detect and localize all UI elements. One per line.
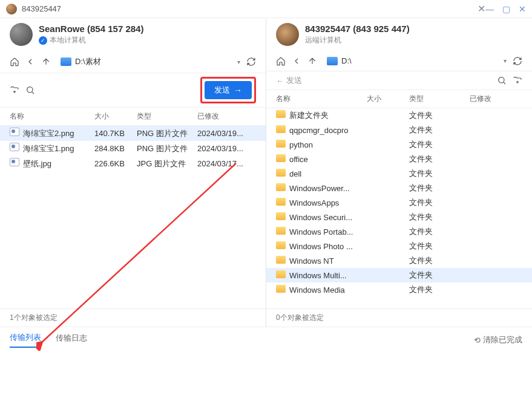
search-icon[interactable] [497,76,507,85]
folder-icon [276,227,286,235]
drive-icon [327,57,338,65]
folder-type: 文件夹 [409,183,470,194]
table-row[interactable]: Windows NT文件夹 [276,253,522,268]
col-type[interactable]: 类型 [409,94,470,104]
col-name[interactable]: 名称 [276,94,367,104]
search-icon[interactable] [25,85,35,95]
folder-icon [276,125,286,133]
svg-point-0 [27,87,33,93]
local-navbar: D:\素材 ▾ [0,51,266,73]
verified-icon: ✓ [39,36,47,45]
send-button-label: 发送 [214,85,230,96]
file-type: PNG 图片文件 [137,143,197,154]
file-size: 226.6KB [94,159,137,168]
table-row[interactable]: python文件夹 [276,137,522,152]
folder-name: 新建文件夹 [289,111,329,120]
local-file-list[interactable]: 海绵宝宝2.png140.7KBPNG 图片文件2024/03/19...海绵宝… [0,126,266,308]
table-row[interactable]: Windows Photo ...文件夹 [276,239,522,253]
table-row[interactable]: 新建文件夹文件夹 [276,108,522,123]
file-size: 284.8KB [94,144,137,153]
file-modified: 2024/03/17... [197,159,256,168]
col-name[interactable]: 名称 [10,111,94,122]
table-row[interactable]: WindowsPower...文件夹 [276,181,522,195]
table-row[interactable]: 海绵宝宝1.png284.8KBPNG 图片文件2024/03/19... [10,141,256,156]
folder-icon [276,270,286,278]
table-row[interactable]: office文件夹 [276,152,522,166]
file-name: 海绵宝宝1.png [23,144,74,153]
table-row[interactable]: 壁纸.jpg226.6KBJPG 图片文件2024/03/17... [10,156,256,171]
folder-icon [276,183,286,191]
home-icon[interactable] [276,56,286,66]
window-minimize-button[interactable]: — [485,4,494,14]
table-row[interactable]: 海绵宝宝2.png140.7KBPNG 图片文件2024/03/19... [0,126,266,141]
remote-user-name: 843925447 (843 925 447) [305,24,410,34]
table-row[interactable]: Windows Securi...文件夹 [276,210,522,224]
folder-icon [276,285,286,293]
send-button[interactable]: 发送 → [205,81,252,99]
table-row[interactable]: dell文件夹 [276,166,522,181]
svg-point-1 [499,77,504,83]
new-folder-icon[interactable] [10,85,19,95]
folder-type: 文件夹 [409,284,470,295]
folder-name: Windows NT [289,256,334,266]
path-dropdown-icon[interactable]: ▾ [237,59,240,65]
remote-avatar [276,23,299,46]
window-maximize-button[interactable]: ▢ [502,4,510,14]
remote-file-list[interactable]: 新建文件夹文件夹qqpcmgr_docpro文件夹python文件夹office… [266,108,532,308]
tab-close-button[interactable]: ✕ [478,3,485,15]
local-table-header: 名称 大小 类型 已修改 [0,107,266,126]
folder-name: dell [289,169,301,178]
image-file-icon [10,158,19,166]
folder-icon [276,110,286,118]
refresh-icon[interactable] [513,56,522,66]
table-row[interactable]: WindowsApps文件夹 [276,195,522,210]
local-actionbar: 发送 → [0,73,266,107]
window-close-button[interactable]: ✕ [519,4,526,14]
receive-button[interactable]: ← 发送 [276,75,302,86]
folder-name: WindowsApps [289,198,339,207]
drive-icon [61,57,71,66]
col-size[interactable]: 大小 [367,94,409,104]
col-modified[interactable]: 已修改 [470,94,522,104]
table-row[interactable]: qqpcmgr_docpro文件夹 [276,123,522,137]
new-folder-icon[interactable] [513,76,522,85]
folder-name: WindowsPower... [289,184,350,193]
arrow-right-icon: → [234,85,242,95]
table-row[interactable]: Windows Multi...文件夹 [266,268,532,282]
local-path-box[interactable]: D:\素材 [57,54,231,69]
folder-name: qqpcmgr_docpro [289,126,349,135]
folder-icon [276,198,286,206]
folder-icon [276,256,286,264]
local-status: 1个对象被选定 [0,308,266,327]
folder-type: 文件夹 [409,241,470,252]
back-icon[interactable] [292,56,301,66]
folder-name: python [289,140,313,149]
col-modified[interactable]: 已修改 [197,111,256,122]
file-type: JPG 图片文件 [137,158,197,169]
refresh-icon[interactable] [246,57,256,67]
folder-type: 文件夹 [409,255,470,266]
home-icon[interactable] [10,57,19,67]
remote-path-box[interactable]: D:\ [323,54,498,67]
folder-type: 文件夹 [409,226,470,237]
up-icon[interactable] [41,57,51,67]
table-row[interactable]: Windows Media文件夹 [276,282,522,297]
clear-completed-button[interactable]: ⟲ 清除已完成 [474,334,522,345]
table-row[interactable]: Windows Portab...文件夹 [276,224,522,239]
local-user-name: SeanRowe (854 157 284) [39,24,143,34]
file-size: 140.7KB [94,129,137,138]
tab-transfer-queue[interactable]: 传输列表 [10,332,41,348]
arrow-left-icon: ← [276,76,284,85]
tab-transfer-log[interactable]: 传输日志 [56,333,87,347]
col-type[interactable]: 类型 [137,111,197,122]
folder-type: 文件夹 [409,197,470,208]
image-file-icon [10,143,19,151]
back-icon[interactable] [25,57,35,67]
folder-type: 文件夹 [409,125,470,135]
folder-name: Windows Photo ... [289,242,353,251]
transfer-area [0,348,532,396]
up-icon[interactable] [307,56,317,66]
col-size[interactable]: 大小 [94,111,137,122]
window-titlebar: 843925447 ✕ — ▢ ✕ [0,0,532,18]
path-dropdown-icon[interactable]: ▾ [504,57,507,64]
